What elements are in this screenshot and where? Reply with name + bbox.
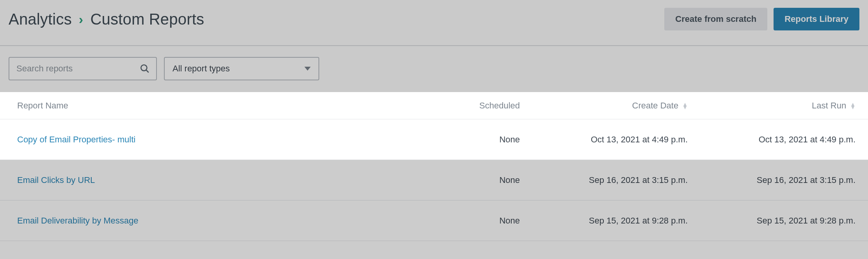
report-type-dropdown[interactable]: All report types: [164, 57, 319, 80]
reports-library-button[interactable]: Reports Library: [774, 8, 859, 30]
create-date-value: Sep 15, 2021 at 9:28 p.m.: [524, 216, 688, 226]
toolbar: All report types: [0, 46, 868, 92]
svg-line-1: [146, 70, 149, 73]
report-name-link[interactable]: Email Deliverability by Message: [17, 216, 414, 226]
search-field-wrap: [9, 57, 157, 80]
breadcrumb-root[interactable]: Analytics: [9, 11, 72, 28]
search-input[interactable]: [9, 58, 156, 80]
chevron-right-icon: ›: [79, 12, 84, 27]
sort-icon: ▲▼: [850, 103, 856, 109]
report-type-label: All report types: [173, 64, 230, 74]
scheduled-value: None: [414, 175, 524, 185]
column-header-last-run[interactable]: Last Run ▲▼: [688, 101, 856, 111]
report-name-link[interactable]: Email Clicks by URL: [17, 175, 414, 185]
reports-table: Report Name Scheduled Create Date ▲▼ Las…: [0, 92, 868, 241]
create-date-value: Oct 13, 2021 at 4:49 p.m.: [524, 135, 688, 145]
last-run-value: Sep 16, 2021 at 3:15 p.m.: [688, 175, 856, 185]
page-header: Analytics › Custom Reports Create from s…: [0, 0, 868, 46]
column-header-last-run-label: Last Run: [812, 101, 846, 111]
table-row[interactable]: Copy of Email Properties- multiNoneOct 1…: [0, 119, 868, 160]
scheduled-value: None: [414, 216, 524, 226]
last-run-value: Sep 15, 2021 at 9:28 p.m.: [688, 216, 856, 226]
svg-point-0: [141, 65, 147, 71]
column-header-name[interactable]: Report Name: [17, 101, 414, 111]
caret-down-icon: [304, 67, 311, 71]
create-date-value: Sep 16, 2021 at 3:15 p.m.: [524, 175, 688, 185]
table-row[interactable]: Email Clicks by URLNoneSep 16, 2021 at 3…: [0, 160, 868, 200]
breadcrumb: Analytics › Custom Reports: [9, 11, 204, 28]
column-header-create-date[interactable]: Create Date ▲▼: [524, 101, 688, 111]
column-header-scheduled[interactable]: Scheduled: [414, 101, 524, 111]
sort-icon: ▲▼: [682, 103, 688, 109]
header-actions: Create from scratch Reports Library: [664, 8, 859, 30]
search-icon: [140, 64, 150, 74]
create-from-scratch-button[interactable]: Create from scratch: [664, 8, 767, 30]
table-row[interactable]: Email Deliverability by MessageNoneSep 1…: [0, 200, 868, 241]
table-header-row: Report Name Scheduled Create Date ▲▼ Las…: [0, 92, 868, 119]
breadcrumb-current: Custom Reports: [90, 11, 204, 28]
column-header-create-date-label: Create Date: [632, 101, 679, 111]
report-name-link[interactable]: Copy of Email Properties- multi: [17, 135, 414, 145]
scheduled-value: None: [414, 135, 524, 145]
last-run-value: Oct 13, 2021 at 4:49 p.m.: [688, 135, 856, 145]
